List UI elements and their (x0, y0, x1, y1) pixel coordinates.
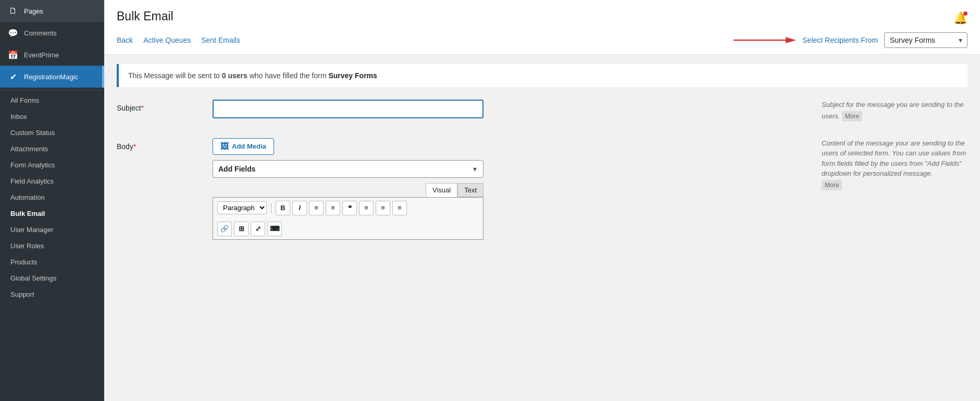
sidebar-item-bulk-email[interactable]: Bulk Email (0, 205, 104, 222)
body-field: 🖼 Add Media Add Fields ▾ Visual Text (213, 138, 809, 240)
info-form-name: Survey Forms (328, 71, 377, 80)
sidebar-item-custom-status[interactable]: Custom Status (0, 125, 104, 141)
sidebar-item-attachments[interactable]: Attachments (0, 141, 104, 157)
sidebar-divider (0, 90, 104, 90)
subject-input[interactable] (213, 100, 483, 118)
sidebar-item-label: Pages (24, 7, 43, 15)
recipients-row: Select Recipients From Survey Forms All … (734, 32, 967, 54)
eventprime-icon: 📅 (7, 49, 19, 60)
sidebar-item-automation[interactable]: Automation (0, 189, 104, 205)
sidebar-item-products[interactable]: Products (0, 254, 104, 270)
toolbar-divider (271, 203, 271, 213)
add-media-button[interactable]: 🖼 Add Media (213, 138, 274, 155)
sidebar-item-label: Comments (24, 29, 57, 37)
add-fields-select[interactable]: Add Fields (213, 161, 467, 177)
sent-emails-link[interactable]: Sent Emails (201, 36, 240, 51)
sidebar-menu: All Forms Inbox Custom Status Attachment… (0, 92, 104, 302)
sidebar-item-user-roles[interactable]: User Roles (0, 238, 104, 254)
blockquote-button[interactable]: ❝ (342, 201, 357, 215)
nav-row: Back Active Queues Sent Emails Select Re… (117, 32, 967, 54)
info-count: 0 users (222, 71, 247, 80)
tab-visual[interactable]: Visual (426, 183, 457, 197)
top-bar-header: Bulk Email 🔔 (117, 9, 967, 25)
sidebar-item-pages[interactable]: 🗋 Pages (0, 0, 104, 22)
sidebar-item-label: RegistrationMagic (24, 73, 78, 81)
tab-text[interactable]: Text (457, 183, 483, 197)
align-right-button[interactable]: ≡ (392, 201, 407, 215)
keyboard-button[interactable]: ⌨ (267, 222, 282, 236)
body-hint: Content of the message your are sending … (822, 138, 967, 190)
sidebar-item-label: EventPrime (24, 51, 59, 59)
sidebar-item-eventprime[interactable]: 📅 EventPrime (0, 44, 104, 66)
unordered-list-button[interactable]: ≡ (309, 201, 324, 215)
editor-toolbar-row2: 🔗 ⊞ ⤢ ⌨ (213, 218, 483, 240)
body-required: * (133, 142, 136, 151)
registrationmagic-icon: ✔ (7, 71, 19, 82)
arrow-icon (734, 35, 796, 45)
active-queues-link[interactable]: Active Queues (143, 36, 191, 51)
editor-toolbar-row1: Paragraph B I ≡ ≡ ❝ ≡ ≡ ≡ (213, 197, 483, 218)
main-content: Bulk Email 🔔 Back Active Queues Sent Ema… (104, 0, 980, 401)
italic-button[interactable]: I (292, 201, 307, 215)
sidebar-item-all-forms[interactable]: All Forms (0, 92, 104, 108)
body-row: Body* 🖼 Add Media Add Fields ▾ Visual (117, 138, 967, 240)
sidebar-item-registrationmagic[interactable]: ✔ RegistrationMagic (0, 66, 104, 88)
info-prefix: This Message will be sent to (128, 71, 222, 80)
subject-field (213, 100, 809, 118)
sidebar-item-comments[interactable]: 💬 Comments (0, 22, 104, 44)
ordered-list-button[interactable]: ≡ (326, 201, 340, 215)
pages-icon: 🗋 (7, 5, 19, 17)
select-recipients-wrapper: Survey Forms All Forms Specific Form (884, 32, 967, 48)
sidebar-top-section: 🗋 Pages 💬 Comments 📅 EventPrime ✔ Regist… (0, 0, 104, 92)
fullscreen-button[interactable]: ⤢ (251, 222, 265, 236)
svg-marker-1 (786, 37, 796, 43)
subject-more-link[interactable]: More (842, 111, 862, 121)
bell-wrapper: 🔔 (953, 11, 967, 25)
info-bar: This Message will be sent to 0 users who… (117, 64, 967, 87)
link-button[interactable]: 🔗 (217, 222, 232, 236)
body-label: Body* (117, 138, 200, 151)
back-link[interactable]: Back (117, 36, 133, 51)
align-center-button[interactable]: ≡ (376, 201, 390, 215)
sidebar-item-inbox[interactable]: Inbox (0, 108, 104, 125)
align-left-button[interactable]: ≡ (359, 201, 374, 215)
bold-button[interactable]: B (276, 201, 290, 215)
page-title: Bulk Email (117, 9, 173, 23)
top-bar: Bulk Email 🔔 Back Active Queues Sent Ema… (104, 0, 980, 55)
notification-badge (963, 11, 967, 16)
table-button[interactable]: ⊞ (234, 222, 249, 236)
body-more-link[interactable]: More (822, 180, 842, 190)
sidebar-item-user-manager[interactable]: User Manager (0, 222, 104, 238)
subject-label: Subject* (117, 100, 200, 112)
select-recipients-dropdown[interactable]: Survey Forms All Forms Specific Form (884, 32, 967, 48)
add-fields-chevron-icon: ▾ (467, 161, 483, 177)
subject-row: Subject* Subject for the message you are… (117, 100, 967, 121)
sidebar-item-form-analytics[interactable]: Form Analytics (0, 157, 104, 173)
top-nav: Back Active Queues Sent Emails (117, 36, 240, 51)
sidebar-item-global-settings[interactable]: Global Settings (0, 270, 104, 286)
sidebar: 🗋 Pages 💬 Comments 📅 EventPrime ✔ Regist… (0, 0, 104, 401)
comments-icon: 💬 (7, 27, 19, 39)
paragraph-select[interactable]: Paragraph (217, 201, 267, 214)
info-middle: who have filled the form (247, 71, 329, 80)
sidebar-item-support[interactable]: Support (0, 286, 104, 302)
add-media-icon: 🖼 (220, 142, 229, 151)
add-fields-row: Add Fields ▾ (213, 160, 483, 178)
editor-tabs: Visual Text (213, 183, 483, 197)
form-area: Subject* Subject for the message you are… (104, 87, 980, 269)
recipients-label: Select Recipients From (802, 36, 878, 44)
arrow-svg (734, 35, 796, 45)
subject-hint: Subject for the message you are sending … (822, 100, 967, 121)
subject-required: * (141, 104, 144, 112)
sidebar-item-field-analytics[interactable]: Field Analytics (0, 173, 104, 189)
